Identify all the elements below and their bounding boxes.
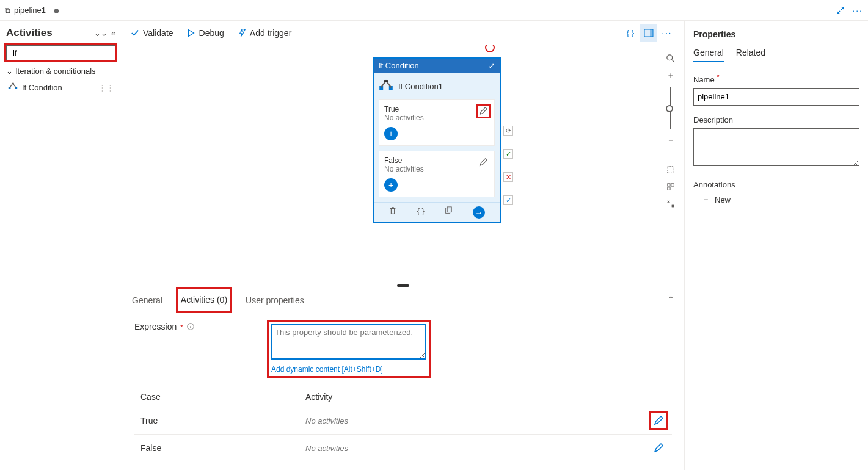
more-icon[interactable]: ··· <box>852 5 863 15</box>
node-title: If Condition1 <box>398 82 443 91</box>
if-condition-icon <box>379 79 393 93</box>
true-branch: True No activities + <box>379 99 495 146</box>
zoom-in-icon[interactable]: ＋ <box>662 67 679 84</box>
collapse-all-icon[interactable]: ⌄⌄ <box>94 29 108 38</box>
new-annotation-button[interactable]: ＋ New <box>702 194 859 205</box>
tab-title: pipeline1 <box>14 5 46 15</box>
plus-icon: ＋ <box>702 194 710 205</box>
activities-heading: Activities <box>6 27 53 39</box>
col-activity: Activity <box>305 392 332 402</box>
svg-rect-4 <box>650 29 653 37</box>
canvas-search-icon[interactable] <box>662 50 679 67</box>
true-label: True <box>384 105 489 114</box>
props-tab-general[interactable]: General <box>693 48 724 62</box>
edit-false-button[interactable] <box>476 155 491 170</box>
expand-icon[interactable] <box>836 6 845 15</box>
output-handle-complete[interactable]: ✓ <box>503 195 513 205</box>
edit-true-case-button[interactable] <box>651 413 666 428</box>
zoom-slider[interactable] <box>670 87 671 129</box>
search-field[interactable] <box>13 48 115 57</box>
svg-rect-8 <box>671 184 674 186</box>
canvas[interactable]: ＋ － If Condition ⤢ If Condition <box>122 45 684 284</box>
node-expand-icon[interactable]: ⤢ <box>489 62 495 70</box>
drag-handle-icon: ⋮⋮ <box>98 83 114 92</box>
false-sub: No activities <box>384 165 489 173</box>
case-row-false: False No activities <box>134 434 672 461</box>
false-label: False <box>384 156 489 165</box>
activity-label: If Condition <box>22 83 62 92</box>
code-braces-icon[interactable]: { } <box>622 24 639 42</box>
svg-rect-7 <box>668 184 670 186</box>
add-dynamic-content-link[interactable]: Add dynamic content [Alt+Shift+D] <box>271 365 426 374</box>
validate-button[interactable]: Validate <box>131 28 173 38</box>
name-label: Name * <box>693 73 859 84</box>
svg-rect-9 <box>668 187 670 190</box>
layout-icon[interactable] <box>662 178 679 195</box>
svg-point-5 <box>667 55 673 60</box>
group-iteration-conditionals[interactable]: ⌄ Iteration & conditionals <box>6 67 115 76</box>
case-row-true: True No activities <box>134 407 672 434</box>
unsaved-dot-icon: ● <box>53 5 60 16</box>
delete-node-icon[interactable] <box>388 206 397 219</box>
edit-false-case-button[interactable] <box>651 441 666 455</box>
collapse-panel-icon[interactable]: ⌃ <box>668 295 674 304</box>
zoom-out-icon[interactable]: － <box>662 132 679 149</box>
check-icon <box>131 29 139 37</box>
add-false-activity-button[interactable]: + <box>384 178 398 192</box>
run-node-icon[interactable]: → <box>473 206 485 219</box>
col-case: Case <box>140 392 305 402</box>
true-sub: No activities <box>384 114 489 122</box>
add-trigger-button[interactable]: Add trigger <box>238 28 291 38</box>
edit-true-button[interactable] <box>476 104 491 118</box>
false-branch: False No activities + <box>379 151 495 197</box>
pipeline-icon: ⧉ <box>5 6 10 15</box>
description-input[interactable] <box>693 128 859 166</box>
chevron-down-icon: ⌄ <box>6 67 13 76</box>
info-icon[interactable] <box>187 323 194 330</box>
properties-toggle-icon[interactable] <box>640 24 657 42</box>
tab-activities[interactable]: Activities (0) <box>177 289 231 312</box>
play-icon <box>187 29 195 37</box>
if-condition-node[interactable]: If Condition ⤢ If Condition1 True No act… <box>373 57 501 223</box>
description-label: Description <box>693 115 859 125</box>
properties-heading: Properties <box>693 29 859 39</box>
group-label: Iteration & conditionals <box>15 67 96 76</box>
activity-if-condition[interactable]: If Condition ⋮⋮ <box>6 79 115 95</box>
copy-node-icon[interactable] <box>444 206 453 219</box>
output-handle-default[interactable]: ⟳ <box>503 126 513 136</box>
trigger-icon <box>238 29 246 37</box>
fit-icon[interactable] <box>662 161 679 178</box>
node-code-icon[interactable]: { } <box>417 206 425 219</box>
expression-input[interactable] <box>271 324 426 360</box>
expression-label: Expression* <box>134 322 257 331</box>
output-handle-success[interactable]: ✓ <box>503 149 513 159</box>
tab-general[interactable]: General <box>132 289 162 311</box>
collapse-sidebar-icon[interactable]: « <box>111 29 115 38</box>
validation-badge-icon <box>485 45 495 52</box>
name-input[interactable] <box>693 88 859 106</box>
debug-button[interactable]: Debug <box>187 28 224 38</box>
output-handle-fail[interactable]: ✕ <box>503 172 513 182</box>
collapse-canvas-icon[interactable] <box>662 195 679 212</box>
annotations-label: Annotations <box>693 180 859 189</box>
search-activities-input[interactable] <box>6 45 115 60</box>
toolbar-more-icon[interactable]: ··· <box>658 24 676 42</box>
add-true-activity-button[interactable]: + <box>384 127 398 140</box>
props-tab-related[interactable]: Related <box>736 48 765 62</box>
node-header[interactable]: If Condition ⤢ <box>374 59 500 73</box>
if-condition-icon <box>7 82 18 93</box>
tab-user-properties[interactable]: User properties <box>246 289 304 311</box>
svg-rect-6 <box>668 167 674 173</box>
